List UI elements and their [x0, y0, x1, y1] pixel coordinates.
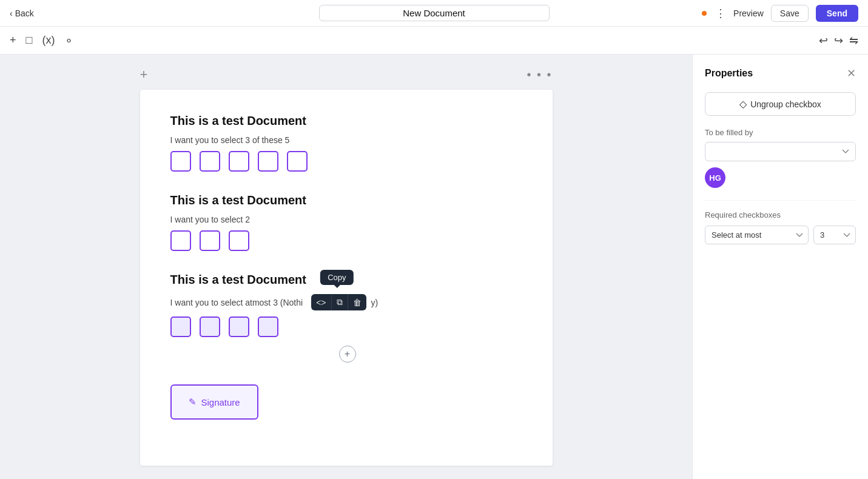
user-button[interactable]: ⚬	[64, 34, 73, 47]
signature-label: Signature	[201, 397, 240, 407]
panel-title: Properties	[705, 68, 753, 79]
section-3-title: This is a test Document	[170, 273, 522, 287]
back-arrow-icon: ‹	[10, 8, 13, 18]
code-button[interactable]: <>	[311, 295, 331, 310]
doc-section-3: This is a test Document I want you to se…	[170, 273, 522, 363]
variable-button[interactable]: (x)	[42, 34, 55, 47]
send-button[interactable]: Send	[816, 5, 858, 22]
checkbox-3-3[interactable]	[229, 317, 249, 337]
section-3-inline: I want you to select atmost 3 (Nothi Cop…	[170, 294, 522, 310]
required-checkboxes-section: Required checkboxes Select at most Selec…	[705, 210, 856, 244]
inline-toolbar: <> ⧉ 🗑	[311, 294, 366, 310]
section-3-label-text: I want you to select atmost 3 (Nothi	[170, 298, 303, 307]
section-1-title: This is a test Document	[170, 114, 522, 128]
main-layout: + • • • This is a test Document I want y…	[0, 55, 868, 479]
required-checkboxes-label: Required checkboxes	[705, 210, 856, 219]
checkbox-3-1[interactable]	[170, 317, 191, 337]
document-title-input[interactable]	[319, 5, 550, 21]
ungroup-checkbox-button[interactable]: ◇ Ungroup checkbox	[705, 92, 856, 116]
undo-button[interactable]: ↩	[819, 34, 828, 47]
delete-button[interactable]: 🗑	[348, 295, 366, 310]
nav-center	[319, 5, 550, 21]
filled-by-select[interactable]	[705, 142, 856, 161]
canvas-area: + • • • This is a test Document I want y…	[0, 55, 692, 479]
redo-button[interactable]: ↪	[834, 34, 843, 47]
page-button[interactable]: □	[26, 34, 33, 47]
user-icon: ⚬	[64, 34, 73, 47]
section-2-title: This is a test Document	[170, 193, 522, 207]
checkbox-2-3[interactable]	[229, 230, 249, 251]
signature-box[interactable]: ✎ Signature	[170, 384, 258, 420]
nav-right: ⋮ Preview Save Send	[702, 5, 858, 22]
checkbox-group-2	[170, 230, 522, 251]
preview-button[interactable]: Preview	[733, 8, 764, 18]
nav-left: ‹ Back	[10, 8, 34, 18]
checkbox-2-1[interactable]	[170, 230, 191, 251]
checkbox-3-4[interactable]	[258, 317, 278, 337]
canvas-controls: + • • •	[140, 67, 553, 82]
doc-section-1: This is a test Document I want you to se…	[170, 114, 522, 172]
canvas-add-button[interactable]: +	[140, 67, 148, 82]
ungroup-label: Ungroup checkbox	[750, 99, 821, 109]
signature-section: ✎ Signature	[170, 384, 522, 420]
to-be-filled-section: To be filled by HG	[705, 128, 856, 188]
checkbox-1-3[interactable]	[229, 151, 249, 172]
inline-toolbar-wrapper: Copy <> ⧉ 🗑	[308, 294, 366, 310]
section-1-label: I want you to select 3 of these 5	[170, 135, 522, 145]
document-card: This is a test Document I want you to se…	[140, 90, 553, 466]
doc-section-2: This is a test Document I want you to se…	[170, 193, 522, 251]
back-label: Back	[15, 8, 34, 18]
notification-dot	[702, 11, 707, 16]
select-at-most-dropdown[interactable]: Select at most Select at least Select ex…	[705, 226, 809, 244]
panel-divider	[705, 200, 856, 201]
section-3-label-end: y)	[371, 298, 378, 307]
split-button[interactable]: ⇋	[849, 34, 858, 47]
page-icon: □	[26, 34, 33, 47]
checkbox-group-3-wrapper: +	[170, 317, 522, 363]
top-nav: ‹ Back ⋮ Preview Save Send	[0, 0, 868, 27]
add-element-button[interactable]: +	[10, 34, 16, 47]
checkbox-1-4[interactable]	[258, 151, 278, 172]
to-be-filled-label: To be filled by	[705, 128, 856, 137]
ungroup-icon: ◇	[739, 98, 747, 110]
variable-icon: (x)	[42, 34, 55, 47]
pencil-icon: ✎	[189, 397, 197, 407]
toolbar-right: ↩ ↪ ⇋	[819, 34, 858, 47]
canvas-more-icon[interactable]: • • •	[527, 68, 552, 82]
checkbox-1-1[interactable]	[170, 151, 191, 172]
checkbox-1-5[interactable]	[287, 151, 308, 172]
section-2-label: I want you to select 2	[170, 215, 522, 224]
checkbox-3-2[interactable]	[200, 317, 220, 337]
properties-panel: Properties ✕ ◇ Ungroup checkbox To be fi…	[692, 55, 868, 479]
close-panel-button[interactable]: ✕	[847, 67, 856, 80]
save-button[interactable]: Save	[771, 5, 809, 22]
avatar: HG	[705, 167, 725, 188]
checkbox-1-2[interactable]	[200, 151, 220, 172]
toolbar: + □ (x) ⚬ ↩ ↪ ⇋	[0, 27, 868, 55]
panel-header: Properties ✕	[705, 67, 856, 80]
back-button[interactable]: ‹ Back	[10, 8, 34, 18]
checkbox-group-1	[170, 151, 522, 172]
more-options-icon[interactable]: ⋮	[715, 7, 726, 20]
add-icon: +	[10, 34, 16, 47]
copy-button[interactable]: ⧉	[332, 294, 348, 310]
add-checkbox-button[interactable]: +	[339, 346, 356, 363]
checkbox-2-2[interactable]	[200, 230, 220, 251]
required-controls: Select at most Select at least Select ex…	[705, 226, 856, 244]
checkbox-group-3	[170, 317, 522, 337]
number-select[interactable]: 1 2 3 4 5	[813, 226, 856, 244]
